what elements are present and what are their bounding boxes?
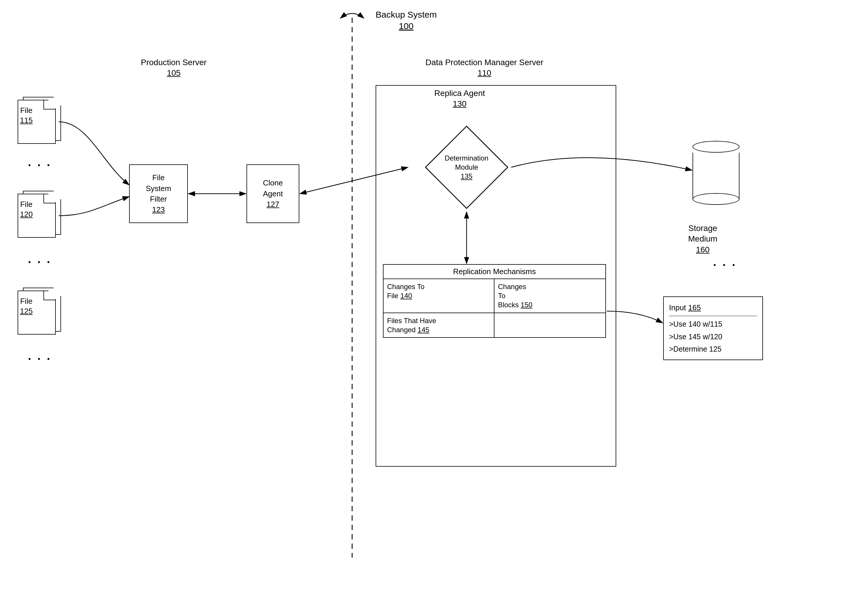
replic-cell-2: ChangesToBlocks 150 [494, 279, 605, 312]
input-title: Input 165 [669, 301, 757, 316]
cylinder-body [693, 153, 739, 200]
replic-cell-3: Files That HaveChanged 145 [383, 313, 494, 337]
file-115-label: File 115 [20, 106, 33, 126]
replic-cell-1: Changes ToFile 140 [383, 279, 494, 312]
dots-storage: . . . [713, 255, 737, 269]
input-item-1: >Use 140 w/115 [669, 318, 757, 331]
dots-2: . . . [28, 252, 52, 266]
determination-module-diamond: DeterminationModule135 [423, 123, 511, 211]
replica-agent-label: Replica Agent 130 [434, 88, 485, 109]
input-box: Input 165 >Use 140 w/115 >Use 145 w/120 … [663, 297, 763, 360]
storage-medium-label: StorageMedium160 [688, 223, 718, 255]
production-server-label: Production Server 105 [141, 57, 206, 79]
cylinder-bottom-cap [693, 193, 739, 205]
storage-medium [693, 141, 739, 200]
dots-3: . . . [28, 349, 52, 362]
clone-agent-box: CloneAgent127 [246, 165, 299, 223]
replic-header: Replication Mechanisms [383, 265, 605, 279]
file-system-filter-box: FileSystemFilter123 [129, 165, 188, 223]
input-item-3: >Determine 125 [669, 343, 757, 356]
replic-cell-4 [494, 313, 605, 337]
cylinder-top [693, 141, 739, 153]
dpm-server-label: Data Protection Manager Server 110 [425, 57, 544, 79]
dots-1: . . . [28, 155, 52, 169]
input-item-2: >Use 145 w/120 [669, 331, 757, 343]
backup-system-label: Backup System 100 [376, 9, 437, 32]
replication-mechanisms-table: Replication Mechanisms Changes ToFile 14… [383, 264, 606, 338]
file-120-label: File 120 [20, 200, 33, 219]
file-125-label: File 125 [20, 297, 33, 317]
diagram-container: Backup System 100 Production Server 105 … [0, 0, 868, 604]
